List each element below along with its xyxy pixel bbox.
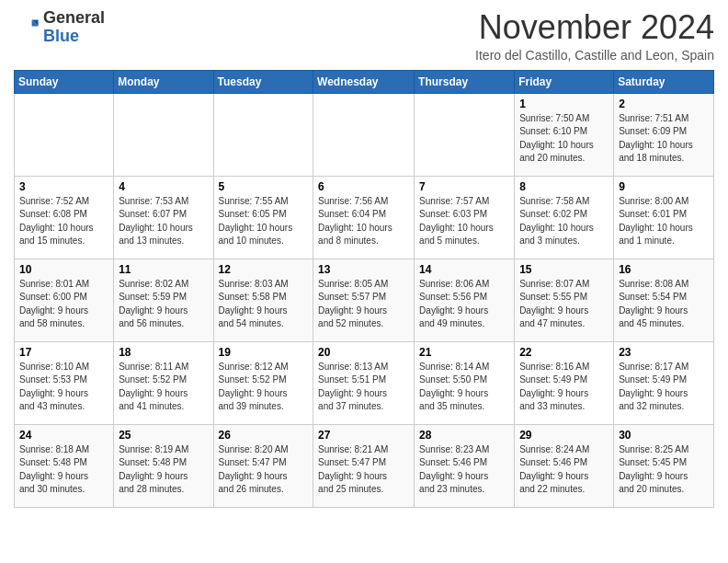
calendar-cell: 9Sunrise: 8:00 AMSunset: 6:01 PMDaylight… — [614, 176, 714, 259]
weekday-header-friday: Friday — [515, 70, 614, 93]
calendar-cell — [415, 93, 515, 176]
calendar-cell: 16Sunrise: 8:08 AMSunset: 5:54 PMDayligh… — [614, 259, 714, 341]
day-number: 18 — [119, 346, 208, 359]
calendar-body: 1Sunrise: 7:50 AMSunset: 6:10 PMDaylight… — [15, 93, 714, 507]
day-number: 4 — [119, 180, 208, 193]
day-number: 1 — [519, 98, 609, 110]
calendar-cell: 15Sunrise: 8:07 AMSunset: 5:55 PMDayligh… — [515, 259, 614, 341]
logo-icon — [14, 15, 40, 40]
day-number: 20 — [318, 346, 409, 359]
weekday-header-wednesday: Wednesday — [313, 70, 415, 93]
calendar-cell — [213, 93, 313, 176]
month-title: November 2024 — [475, 9, 714, 46]
day-number: 26 — [219, 429, 309, 442]
day-number: 5 — [219, 180, 309, 193]
calendar-cell: 20Sunrise: 8:13 AMSunset: 5:51 PMDayligh… — [313, 341, 415, 424]
day-info: Sunrise: 8:10 AMSunset: 5:53 PMDaylight:… — [19, 361, 108, 414]
day-number: 6 — [318, 180, 409, 193]
calendar-cell: 21Sunrise: 8:14 AMSunset: 5:50 PMDayligh… — [415, 341, 515, 424]
day-number: 3 — [19, 180, 108, 193]
day-number: 30 — [619, 429, 709, 442]
day-info: Sunrise: 7:51 AMSunset: 6:09 PMDaylight:… — [619, 112, 709, 166]
day-number: 21 — [419, 346, 509, 359]
day-info: Sunrise: 8:23 AMSunset: 5:46 PMDaylight:… — [419, 443, 509, 497]
calendar-cell: 14Sunrise: 8:06 AMSunset: 5:56 PMDayligh… — [415, 259, 515, 341]
day-info: Sunrise: 8:02 AMSunset: 5:59 PMDaylight:… — [119, 278, 208, 331]
calendar-cell: 19Sunrise: 8:12 AMSunset: 5:52 PMDayligh… — [213, 341, 313, 424]
calendar-week-3: 17Sunrise: 8:10 AMSunset: 5:53 PMDayligh… — [15, 341, 714, 424]
calendar-cell: 6Sunrise: 7:56 AMSunset: 6:04 PMDaylight… — [313, 176, 415, 259]
day-info: Sunrise: 8:01 AMSunset: 6:00 PMDaylight:… — [19, 278, 108, 331]
calendar-cell: 1Sunrise: 7:50 AMSunset: 6:10 PMDaylight… — [515, 93, 614, 176]
day-info: Sunrise: 7:50 AMSunset: 6:10 PMDaylight:… — [519, 112, 609, 166]
day-number: 27 — [318, 429, 409, 442]
day-number: 8 — [519, 180, 609, 193]
day-number: 11 — [119, 263, 208, 276]
day-info: Sunrise: 7:55 AMSunset: 6:05 PMDaylight:… — [219, 195, 309, 248]
calendar-cell: 30Sunrise: 8:25 AMSunset: 5:45 PMDayligh… — [614, 424, 714, 507]
calendar-cell: 8Sunrise: 7:58 AMSunset: 6:02 PMDaylight… — [515, 176, 614, 259]
day-info: Sunrise: 8:00 AMSunset: 6:01 PMDaylight:… — [619, 195, 709, 248]
day-number: 28 — [419, 429, 509, 442]
calendar-cell: 7Sunrise: 7:57 AMSunset: 6:03 PMDaylight… — [415, 176, 515, 259]
day-info: Sunrise: 8:08 AMSunset: 5:54 PMDaylight:… — [619, 278, 709, 331]
day-info: Sunrise: 8:14 AMSunset: 5:50 PMDaylight:… — [419, 361, 509, 414]
day-info: Sunrise: 8:07 AMSunset: 5:55 PMDaylight:… — [519, 278, 609, 331]
day-info: Sunrise: 8:18 AMSunset: 5:48 PMDaylight:… — [19, 443, 108, 497]
day-info: Sunrise: 8:13 AMSunset: 5:51 PMDaylight:… — [318, 361, 409, 414]
logo: General Blue — [14, 9, 105, 46]
calendar-cell: 18Sunrise: 8:11 AMSunset: 5:52 PMDayligh… — [114, 341, 213, 424]
calendar-week-1: 3Sunrise: 7:52 AMSunset: 6:08 PMDaylight… — [15, 176, 714, 259]
day-number: 13 — [318, 263, 409, 276]
calendar-cell: 11Sunrise: 8:02 AMSunset: 5:59 PMDayligh… — [114, 259, 213, 341]
day-number: 22 — [519, 346, 609, 359]
day-info: Sunrise: 7:56 AMSunset: 6:04 PMDaylight:… — [318, 195, 409, 248]
calendar-header: SundayMondayTuesdayWednesdayThursdayFrid… — [15, 70, 714, 93]
day-info: Sunrise: 7:52 AMSunset: 6:08 PMDaylight:… — [19, 195, 108, 248]
calendar-cell: 17Sunrise: 8:10 AMSunset: 5:53 PMDayligh… — [15, 341, 114, 424]
day-number: 24 — [19, 429, 108, 442]
day-number: 9 — [619, 180, 709, 193]
day-number: 10 — [19, 263, 108, 276]
title-block: November 2024 Itero del Castillo, Castil… — [475, 9, 714, 63]
weekday-header-sunday: Sunday — [15, 70, 114, 93]
logo-general-text: General — [43, 9, 105, 28]
day-info: Sunrise: 8:20 AMSunset: 5:47 PMDaylight:… — [219, 443, 309, 497]
day-info: Sunrise: 8:25 AMSunset: 5:45 PMDaylight:… — [619, 443, 709, 497]
day-info: Sunrise: 8:03 AMSunset: 5:58 PMDaylight:… — [219, 278, 309, 331]
calendar-cell: 10Sunrise: 8:01 AMSunset: 6:00 PMDayligh… — [15, 259, 114, 341]
day-number: 19 — [219, 346, 309, 359]
day-info: Sunrise: 8:06 AMSunset: 5:56 PMDaylight:… — [419, 278, 509, 331]
calendar-cell: 23Sunrise: 8:17 AMSunset: 5:49 PMDayligh… — [614, 341, 714, 424]
calendar-cell: 4Sunrise: 7:53 AMSunset: 6:07 PMDaylight… — [114, 176, 213, 259]
calendar-cell: 2Sunrise: 7:51 AMSunset: 6:09 PMDaylight… — [614, 93, 714, 176]
location-text: Itero del Castillo, Castille and Leon, S… — [475, 48, 714, 63]
day-number: 15 — [519, 263, 609, 276]
day-info: Sunrise: 8:16 AMSunset: 5:49 PMDaylight:… — [519, 361, 609, 414]
day-info: Sunrise: 8:19 AMSunset: 5:48 PMDaylight:… — [119, 443, 208, 497]
calendar-cell: 3Sunrise: 7:52 AMSunset: 6:08 PMDaylight… — [15, 176, 114, 259]
weekday-header-monday: Monday — [114, 70, 213, 93]
weekday-header-row: SundayMondayTuesdayWednesdayThursdayFrid… — [15, 70, 714, 93]
calendar-cell: 25Sunrise: 8:19 AMSunset: 5:48 PMDayligh… — [114, 424, 213, 507]
day-info: Sunrise: 8:17 AMSunset: 5:49 PMDaylight:… — [619, 361, 709, 414]
weekday-header-tuesday: Tuesday — [213, 70, 313, 93]
day-number: 23 — [619, 346, 709, 359]
day-info: Sunrise: 7:53 AMSunset: 6:07 PMDaylight:… — [119, 195, 208, 248]
day-info: Sunrise: 7:57 AMSunset: 6:03 PMDaylight:… — [419, 195, 509, 248]
calendar-cell: 5Sunrise: 7:55 AMSunset: 6:05 PMDaylight… — [213, 176, 313, 259]
day-number: 14 — [419, 263, 509, 276]
day-number: 7 — [419, 180, 509, 193]
calendar-cell — [15, 93, 114, 176]
calendar-cell — [313, 93, 415, 176]
day-number: 16 — [619, 263, 709, 276]
weekday-header-saturday: Saturday — [614, 70, 714, 93]
calendar-table: SundayMondayTuesdayWednesdayThursdayFrid… — [14, 70, 714, 508]
day-number: 2 — [619, 98, 709, 110]
weekday-header-thursday: Thursday — [415, 70, 515, 93]
day-number: 25 — [119, 429, 208, 442]
logo-blue-text: Blue — [43, 28, 105, 46]
day-info: Sunrise: 8:24 AMSunset: 5:46 PMDaylight:… — [519, 443, 609, 497]
calendar-cell — [114, 93, 213, 176]
calendar-cell: 27Sunrise: 8:21 AMSunset: 5:47 PMDayligh… — [313, 424, 415, 507]
